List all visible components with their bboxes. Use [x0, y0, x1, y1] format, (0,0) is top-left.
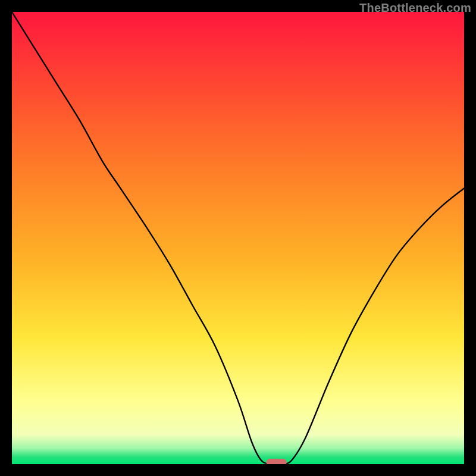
- plot-area: [12, 12, 464, 464]
- heatmap-background: [12, 12, 464, 464]
- bottleneck-chart: [12, 12, 464, 464]
- chart-frame: TheBottleneck.com: [0, 0, 476, 476]
- optimal-marker: [267, 459, 287, 464]
